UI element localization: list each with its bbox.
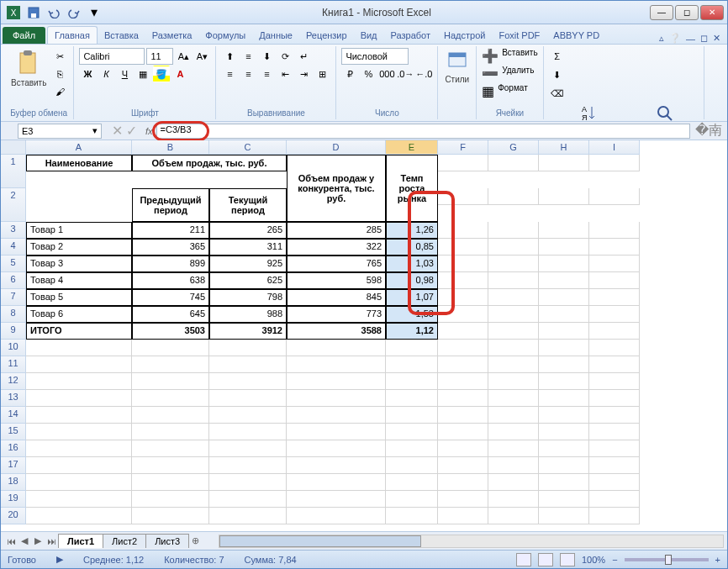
percent-icon[interactable]: % <box>360 66 377 82</box>
format-painter-icon[interactable]: 🖌 <box>51 83 68 100</box>
underline-button[interactable]: Ч <box>116 66 133 82</box>
enter-formula-icon[interactable]: ✓ <box>126 123 137 139</box>
undo-icon[interactable] <box>45 3 63 22</box>
window-restore-icon[interactable]: ◻ <box>700 33 708 44</box>
status-macro-icon[interactable]: ▶ <box>56 554 63 565</box>
copy-icon[interactable]: ⎘ <box>51 66 68 82</box>
fx-icon[interactable]: fx <box>142 126 156 136</box>
fill-icon[interactable]: ⬇ <box>549 66 566 83</box>
clear-icon[interactable]: ⌫ <box>549 85 566 102</box>
border-icon[interactable]: ▦ <box>135 66 151 82</box>
prev-sheet-icon[interactable]: ◀ <box>18 535 31 546</box>
align-top-icon[interactable]: ⬆ <box>221 48 238 65</box>
number-format-select[interactable] <box>341 48 409 65</box>
maximize-button[interactable]: ◻ <box>675 5 699 20</box>
column-header[interactable]: G <box>488 140 539 155</box>
window-close-icon[interactable]: ✕ <box>713 33 720 44</box>
normal-view-icon[interactable] <box>516 553 531 566</box>
page-layout-view-icon[interactable] <box>538 553 553 566</box>
number-group-label: Число <box>341 107 432 118</box>
font-color-icon[interactable]: A <box>171 66 188 82</box>
format-cells-button[interactable]: ▦Формат <box>482 83 528 99</box>
bold-button[interactable]: Ж <box>79 66 96 82</box>
font-size-select[interactable] <box>146 48 173 65</box>
qat-dropdown-icon[interactable]: ▾ <box>85 3 103 22</box>
tab-developer[interactable]: Разработ <box>384 27 437 44</box>
zoom-level[interactable]: 100% <box>582 555 605 565</box>
currency-icon[interactable]: ₽ <box>341 66 358 82</box>
sheet-tab-1[interactable]: Лист1 <box>58 534 103 548</box>
svg-rect-7 <box>449 53 466 57</box>
column-header[interactable]: F <box>438 140 488 155</box>
tab-abbyy[interactable]: ABBYY PD <box>546 27 606 44</box>
column-header[interactable]: H <box>539 140 589 155</box>
spreadsheet-grid[interactable]: ABCDEFGHI1НаименованиеОбъем продаж, тыс.… <box>1 140 727 531</box>
paste-button[interactable]: Вставить <box>9 48 48 89</box>
tab-data[interactable]: Данные <box>252 27 299 44</box>
excel-icon[interactable]: X <box>4 3 23 22</box>
tab-formulas[interactable]: Формулы <box>198 27 252 44</box>
cut-icon[interactable]: ✂ <box>51 48 68 65</box>
file-tab[interactable]: Файл <box>3 27 45 44</box>
zoom-slider[interactable] <box>625 558 709 561</box>
tab-addins[interactable]: Надстрой <box>437 27 492 44</box>
italic-button[interactable]: К <box>98 66 114 82</box>
align-left-icon[interactable]: ≡ <box>221 66 238 82</box>
delete-cells-button[interactable]: ➖Удалить <box>482 66 534 82</box>
column-header[interactable]: C <box>209 140 287 155</box>
column-header[interactable]: E <box>386 140 438 155</box>
horizontal-scrollbar[interactable] <box>219 535 724 548</box>
orientation-icon[interactable]: ⟳ <box>277 48 293 65</box>
merge-icon[interactable]: ⊞ <box>314 66 330 82</box>
tab-foxit[interactable]: Foxit PDF <box>492 27 546 44</box>
fill-color-icon[interactable]: 🪣 <box>153 66 170 82</box>
wrap-text-icon[interactable]: ↵ <box>295 48 312 65</box>
increase-decimal-icon[interactable]: .0→ <box>397 66 414 82</box>
tab-review[interactable]: Рецензир <box>299 27 354 44</box>
zoom-out-icon[interactable]: − <box>612 555 617 565</box>
cells-group-label: Ячейки <box>482 107 537 118</box>
redo-icon[interactable] <box>65 3 83 22</box>
column-header[interactable]: A <box>26 140 132 155</box>
autosum-icon[interactable]: Σ <box>549 48 566 65</box>
comma-icon[interactable]: 000 <box>378 66 395 82</box>
first-sheet-icon[interactable]: ⏮ <box>4 536 18 546</box>
align-right-icon[interactable]: ≡ <box>258 66 275 82</box>
align-bottom-icon[interactable]: ⬇ <box>258 48 275 65</box>
name-box[interactable]: E3▾ <box>18 124 102 139</box>
sheet-tab-2[interactable]: Лист2 <box>103 534 146 548</box>
page-break-view-icon[interactable] <box>560 553 575 566</box>
minimize-button[interactable]: — <box>650 5 673 20</box>
align-center-icon[interactable]: ≡ <box>240 66 256 82</box>
styles-icon <box>447 50 467 73</box>
insert-cells-button[interactable]: ➕Вставить <box>482 48 537 64</box>
sheet-tab-3[interactable]: Лист3 <box>145 534 189 548</box>
expand-formula-icon[interactable]: �南 <box>690 122 727 140</box>
shrink-font-icon[interactable]: A▾ <box>193 48 210 65</box>
close-button[interactable]: ✕ <box>700 5 724 20</box>
font-name-select[interactable] <box>79 48 145 65</box>
window-minimize-icon[interactable]: — <box>686 34 695 44</box>
column-header[interactable]: B <box>132 140 209 155</box>
zoom-in-icon[interactable]: + <box>715 555 720 565</box>
minimize-ribbon-icon[interactable]: ▵ <box>659 33 664 44</box>
formula-input[interactable]: =C3/B3 <box>156 124 690 139</box>
tab-view[interactable]: Вид <box>354 27 384 44</box>
tab-layout[interactable]: Разметка <box>145 27 199 44</box>
tab-home[interactable]: Главная <box>47 26 98 44</box>
indent-increase-icon[interactable]: ⇥ <box>295 66 312 82</box>
column-header[interactable]: D <box>287 140 386 155</box>
cancel-formula-icon[interactable]: ✕ <box>112 123 123 139</box>
save-icon[interactable] <box>24 3 43 22</box>
indent-decrease-icon[interactable]: ⇤ <box>277 66 293 82</box>
tab-insert[interactable]: Вставка <box>98 27 145 44</box>
styles-button[interactable]: Стили <box>443 48 471 86</box>
column-header[interactable]: I <box>589 140 640 155</box>
grow-font-icon[interactable]: A▴ <box>175 48 192 65</box>
new-sheet-icon[interactable]: ⊕ <box>188 535 202 546</box>
decrease-decimal-icon[interactable]: ←.0 <box>415 66 432 82</box>
next-sheet-icon[interactable]: ▶ <box>31 535 45 546</box>
last-sheet-icon[interactable]: ⏭ <box>45 536 58 546</box>
help-icon[interactable]: ❔ <box>669 33 681 44</box>
align-middle-icon[interactable]: ≡ <box>240 48 256 65</box>
